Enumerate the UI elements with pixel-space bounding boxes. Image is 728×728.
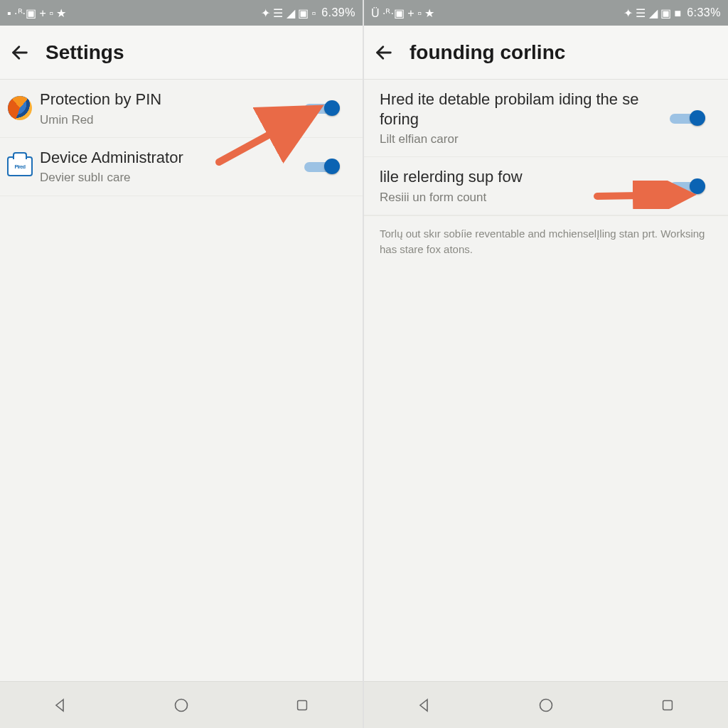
- nav-home[interactable]: [532, 691, 560, 719]
- row-device-administrator[interactable]: Pired Device Administrator Devier sublı …: [0, 138, 363, 196]
- row-title: lile relerding sup fow: [380, 167, 667, 187]
- appbar-left: Settings: [0, 26, 363, 80]
- battery-text: 6:33%: [687, 6, 721, 19]
- square-recents-icon: [294, 697, 310, 713]
- row-detable-probilam[interactable]: Hred ite detable probilam iding the se f…: [364, 80, 728, 157]
- footer-note: Torlų out skır sobíie reventable and mch…: [364, 215, 728, 267]
- square-recents-icon: [660, 697, 675, 713]
- settings-list-left: Protection by PIN Umin Red Pired Device …: [0, 80, 363, 681]
- toggle-detable-probilam[interactable]: [670, 110, 704, 126]
- nav-recents[interactable]: [653, 691, 682, 719]
- nav-back[interactable]: [46, 691, 75, 719]
- triangle-back-icon: [52, 697, 69, 714]
- svg-rect-3: [298, 700, 307, 710]
- row-title: Hred ite detable probilam iding the se f…: [380, 90, 667, 129]
- back-button[interactable]: [371, 40, 397, 65]
- row-protection-by-pin[interactable]: Protection by PIN Umin Red: [0, 80, 363, 138]
- nav-home[interactable]: [167, 691, 196, 719]
- navbar-left: [0, 681, 363, 728]
- status-bar-right: Ü ·ᴿ·▣ + ▫ ★ ✦ ☰ ◢ ▣ ■ 6:33%: [364, 0, 728, 26]
- circle-home-icon: [537, 697, 555, 714]
- navbar-right: [364, 681, 728, 728]
- status-bar-left: ▪ ·ᴿ·▣ + ▫ ★ ✦ ☰ ◢ ▣ ▫ 6.39%: [0, 0, 363, 26]
- row-subtitle: Lilt elfian caror: [380, 132, 667, 146]
- page-title: founding corlinc: [410, 41, 565, 64]
- row-relerding-sup-fow[interactable]: lile relerding sup fow Resiii un form co…: [364, 157, 728, 215]
- row-subtitle: Resiii un form count: [380, 190, 667, 205]
- arrow-back-icon: [10, 43, 30, 63]
- phone-right: Ü ·ᴿ·▣ + ▫ ★ ✦ ☰ ◢ ▣ ■ 6:33% founding co…: [364, 0, 728, 728]
- circle-home-icon: [173, 697, 190, 714]
- svg-rect-8: [663, 700, 672, 710]
- status-left-glyphs: Ü ·ᴿ·▣ + ▫ ★: [371, 6, 434, 20]
- row-subtitle: Umin Red: [40, 112, 301, 127]
- back-button[interactable]: [7, 40, 33, 65]
- settings-list-right: Hred ite detable probilam iding the se f…: [364, 80, 728, 681]
- battery-text: 6.39%: [321, 6, 355, 19]
- status-left-glyphs: ▪ ·ᴿ·▣ + ▫ ★: [7, 6, 66, 20]
- firefox-icon: [0, 96, 40, 120]
- nav-back[interactable]: [410, 691, 439, 719]
- row-subtitle: Devier sublı care: [40, 170, 301, 185]
- svg-point-2: [176, 699, 188, 711]
- svg-marker-6: [420, 700, 427, 711]
- toggle-protection-by-pin[interactable]: [304, 100, 338, 116]
- svg-marker-1: [56, 700, 63, 711]
- appbar-right: founding corlinc: [364, 26, 728, 80]
- status-right-glyphs: ✦ ☰ ◢ ▣ ▫: [261, 6, 316, 20]
- toggle-device-administrator[interactable]: [304, 159, 338, 174]
- nav-recents[interactable]: [288, 691, 316, 719]
- row-title: Device Administrator: [40, 148, 301, 168]
- arrow-back-icon: [374, 43, 394, 63]
- page-title: Settings: [46, 41, 124, 64]
- device-admin-icon: Pired: [0, 156, 40, 176]
- triangle-back-icon: [416, 697, 433, 714]
- status-right-glyphs: ✦ ☰ ◢ ▣ ■: [623, 6, 681, 20]
- svg-point-7: [540, 699, 552, 711]
- phone-left: ▪ ·ᴿ·▣ + ▫ ★ ✦ ☰ ◢ ▣ ▫ 6.39% Settings Pr…: [0, 0, 364, 728]
- toggle-relerding-sup-fow[interactable]: [670, 178, 704, 194]
- row-title: Protection by PIN: [40, 90, 301, 109]
